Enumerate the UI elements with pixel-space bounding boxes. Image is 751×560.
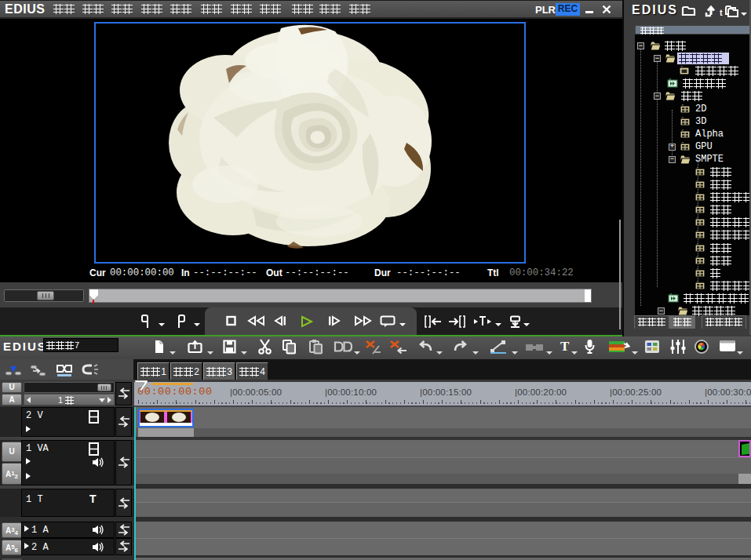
svg-text:t: t — [720, 8, 723, 17]
